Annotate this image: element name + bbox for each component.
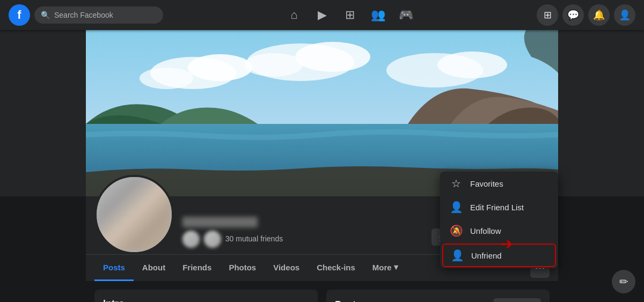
- unfriend-icon: 👤: [450, 249, 465, 262]
- profile-avatar-wrapper: [94, 175, 174, 254]
- svg-point-6: [244, 53, 303, 77]
- avatar-image: [97, 177, 172, 252]
- intro-card: Intro: [94, 290, 318, 302]
- tab-posts[interactable]: Posts: [94, 255, 134, 281]
- edit-friend-list-menu-item[interactable]: 👤 Edit Friend List: [440, 195, 558, 219]
- tab-photos[interactable]: Photos: [220, 255, 265, 281]
- red-arrow-indicator: ➔: [500, 235, 513, 253]
- friend-avatar-2: [204, 231, 221, 248]
- nav-left: f 🔍: [9, 4, 163, 26]
- search-icon: 🔍: [41, 11, 50, 19]
- profile-name: [182, 217, 258, 227]
- svg-point-8: [437, 51, 507, 78]
- favorites-menu-item[interactable]: ☆ Favorites: [440, 172, 558, 195]
- video-nav-button[interactable]: ▶: [309, 2, 335, 28]
- account-button[interactable]: 👤: [614, 4, 635, 26]
- profile-avatar: [94, 175, 174, 254]
- search-input[interactable]: [54, 11, 157, 19]
- facebook-logo[interactable]: f: [9, 4, 30, 26]
- notifications-button[interactable]: 🔔: [588, 4, 610, 26]
- apps-button[interactable]: ⊞: [537, 4, 558, 26]
- tabs-left: Posts About Friends Photos Videos Check-…: [94, 255, 407, 281]
- bottom-section: Intro Posts ⚙ Filters: [86, 281, 558, 302]
- tab-friends[interactable]: Friends: [174, 255, 220, 281]
- favorites-icon: ☆: [449, 177, 464, 190]
- posts-card: Posts ⚙ Filters: [326, 290, 550, 302]
- unfriend-menu-item[interactable]: 👤 Unfriend: [442, 244, 556, 267]
- unfollow-icon: 🔕: [449, 224, 464, 237]
- friend-options-dropdown: ☆ Favorites 👤 Edit Friend List 🔕 Unfollo…: [440, 172, 558, 268]
- marketplace-nav-button[interactable]: ⊞: [337, 2, 363, 28]
- messenger-button[interactable]: 💬: [562, 4, 584, 26]
- profile-info: 30 mutual friends: [182, 212, 423, 254]
- friend-avatar-1: [182, 231, 200, 248]
- home-nav-button[interactable]: ⌂: [281, 2, 307, 28]
- filters-button[interactable]: ⚙ Filters: [493, 298, 541, 302]
- nav-right: ⊞ 💬 🔔 👤: [537, 4, 635, 26]
- write-button[interactable]: ✏: [612, 270, 635, 293]
- unfollow-menu-item[interactable]: 🔕 Unfollow: [440, 219, 558, 242]
- svg-point-2: [188, 54, 252, 81]
- posts-title: Posts: [335, 299, 361, 303]
- tab-videos[interactable]: Videos: [265, 255, 308, 281]
- mutual-friends-count: 30 mutual friends: [182, 231, 423, 248]
- tab-more[interactable]: More ▾: [364, 255, 407, 281]
- top-navigation: f 🔍 ⌂ ▶ ⊞ 👥 🎮 ⊞ 💬 🔔 👤: [0, 0, 644, 30]
- search-bar-container: 🔍: [34, 6, 163, 24]
- groups-nav-button[interactable]: 👥: [365, 2, 391, 28]
- more-chevron-icon: ▾: [394, 262, 398, 272]
- nav-center: ⌂ ▶ ⊞ 👥 🎮: [281, 2, 419, 28]
- tab-about[interactable]: About: [134, 255, 174, 281]
- svg-point-5: [295, 42, 370, 72]
- gaming-nav-button[interactable]: 🎮: [393, 2, 419, 28]
- intro-title: Intro: [103, 298, 309, 302]
- edit-friend-list-icon: 👤: [449, 201, 464, 213]
- tab-checkins[interactable]: Check-ins: [308, 255, 364, 281]
- svg-point-3: [140, 68, 193, 89]
